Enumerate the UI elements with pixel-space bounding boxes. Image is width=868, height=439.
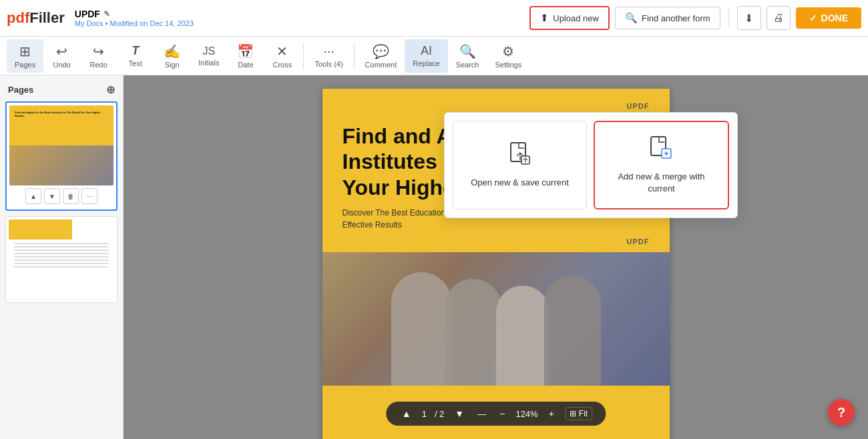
page-1-actions: ▲ ▼ 🗑 ··· [9,185,114,207]
sign-icon: ✍ [164,43,180,59]
toolbar-tools[interactable]: ··· Tools (4) [306,39,351,73]
page-1-more-button[interactable]: ··· [81,188,97,204]
undo-icon: ↩ [56,43,67,59]
add-new-icon [650,135,674,164]
thumb-2-lines [14,243,109,270]
bottom-bar: ▲ 1 / 2 ▼ — − 124% + ⊞ Fit [386,402,606,426]
download-icon: ⬇ [744,12,753,25]
page-thumbnail-2[interactable]: 2 [5,216,118,303]
toolbar-sign[interactable]: ✍ Sign [154,39,190,73]
page-1-delete-button[interactable]: 🗑 [63,188,79,204]
page-down-button[interactable]: ▼ [452,407,467,420]
page-up-button[interactable]: ▲ [399,407,414,420]
thumb-line-1 [14,243,109,244]
pages-icon: ⊞ [19,43,31,59]
sign-label: Sign [165,61,180,69]
open-new-save-current-option[interactable]: Open new & save current [453,121,587,209]
comment-label: Comment [365,61,397,69]
toolbar-text[interactable]: T Text [117,39,154,73]
doc-title-row: UPDF ✎ [75,9,194,19]
toolbar-divider [303,43,304,69]
download-button[interactable]: ⬇ [737,6,761,30]
sidebar-header: Pages ⊕ [5,81,118,101]
text-icon: T [132,44,139,58]
cross-icon: ✕ [276,43,288,59]
upload-icon: ⬆ [540,12,549,24]
help-button[interactable]: ? [828,399,855,426]
toolbar-cross[interactable]: ✕ Cross [264,39,300,73]
pdf-updf-label: UPDF [322,238,670,246]
page-separator: / 2 [435,409,444,419]
page-1-up-button[interactable]: ▲ [25,188,41,204]
search-icon: 🔍 [459,43,476,59]
find-label: Find another form [642,13,710,23]
toolbar-search[interactable]: 🔍 Search [448,39,487,73]
pdf-image [322,252,670,386]
open-new-icon [509,141,531,170]
search-label: Search [456,61,479,69]
sidebar-add-icon[interactable]: ⊕ [106,83,115,96]
thumb-line-6 [14,260,109,261]
comment-icon: 💬 [373,43,389,59]
done-button[interactable]: ✓ DONE [796,7,861,29]
header-actions: ⬆ Upload new 🔍 Find another form ⬇ 🖨 ✓ D… [529,6,861,30]
pdf-header-bar: UPDF [322,89,670,110]
thumb-line-2 [14,246,109,248]
pdf-header-label: UPDF [627,102,650,110]
print-icon: 🖨 [773,12,784,24]
replace-label: Replace [413,59,439,67]
fit-button[interactable]: ⊞ Fit [565,407,592,420]
toolbar-date[interactable]: 📅 Date [227,39,264,73]
content-area: UPDF Find and Apply For the Best Institu… [124,75,868,439]
zoom-separator: — [477,409,486,419]
add-new-merge-option[interactable]: Add new & merge with current [594,121,729,209]
tools-label: Tools (4) [314,60,343,68]
thumb-line-4 [14,253,109,254]
date-label: Date [238,61,253,69]
toolbar-redo[interactable]: ↪ Redo [80,39,117,73]
fit-icon: ⊞ [570,409,576,418]
redo-icon: ↪ [93,43,104,59]
toolbar-divider2 [354,43,355,69]
pages-label: Pages [15,61,35,69]
toolbar-pages[interactable]: ⊞ Pages [7,39,43,73]
edit-icon[interactable]: ✎ [103,9,110,19]
upload-dropdown: Open new & save current Add new & merge … [444,112,738,218]
logo-filler: Filler [29,9,65,27]
zoom-in-button[interactable]: + [546,407,557,420]
thumb-line-3 [14,250,109,251]
find-icon: 🔍 [625,12,638,24]
toolbar-replace[interactable]: AI Replace [405,39,447,73]
undo-label: Undo [53,61,71,69]
doc-title-text: UPDF [75,9,100,19]
toolbar-comment[interactable]: 💬 Comment [357,39,405,73]
logo: pdfFiller [7,9,65,27]
sidebar-title: Pages [8,85,33,95]
page-1-down-button[interactable]: ▼ [44,188,60,204]
toolbar-settings[interactable]: ⚙ Settings [487,39,529,73]
page-current: 1 [422,409,427,419]
settings-label: Settings [495,61,521,69]
settings-icon: ⚙ [502,43,514,59]
text-label: Text [129,59,142,67]
open-new-text: Open new & save current [471,177,569,189]
print-button[interactable]: 🖨 [767,6,791,30]
done-label: DONE [821,13,848,23]
toolbar-initials[interactable]: JS Initials [190,39,227,73]
thumb-2-strip [9,220,72,240]
upload-new-button[interactable]: ⬆ Upload new [529,6,610,30]
initials-label: Initials [198,59,219,67]
logo-pdf: pdf [7,9,29,27]
thumb-line-5 [14,256,109,258]
fit-label: Fit [579,409,588,418]
doc-info: UPDF ✎ My Docs • Modified on Dec 14, 202… [75,9,194,27]
find-another-form-button[interactable]: 🔍 Find another form [615,7,720,29]
toolbar: ⊞ Pages ↩ Undo ↪ Redo T Text ✍ Sign JS I… [0,37,868,75]
tools-icon: ··· [323,43,335,59]
thumb-1-text: Find and Apply For the Best Institutes I… [15,111,108,117]
add-new-text: Add new & merge with current [605,171,718,195]
thumb-2-content [9,220,114,300]
toolbar-undo[interactable]: ↩ Undo [43,39,80,73]
page-thumbnail-1[interactable]: 1 Find and Apply For the Best Institutes… [5,101,118,211]
zoom-out-button[interactable]: − [497,407,507,420]
